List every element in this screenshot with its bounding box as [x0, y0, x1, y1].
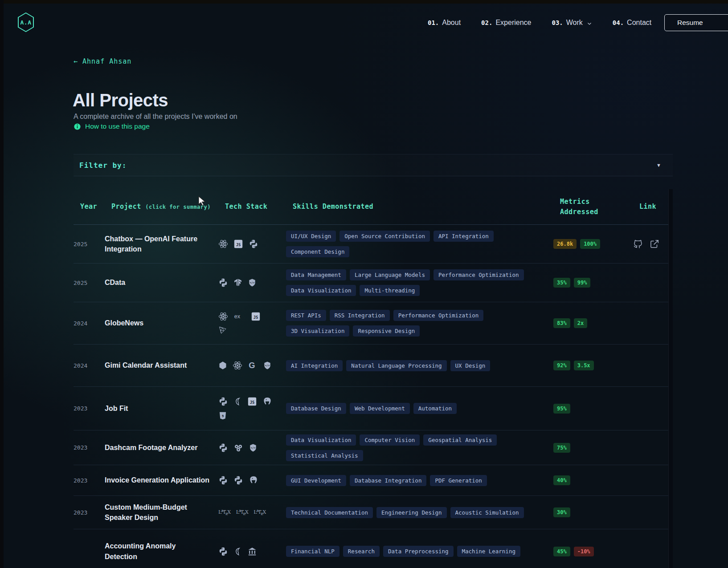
tech-stack-cell: </> [218, 443, 273, 453]
html5-icon: 5 [218, 411, 227, 421]
nav-item-number: 02. [481, 19, 492, 26]
project-name[interactable]: Accounting Anomaly Detection [105, 541, 218, 561]
skill-tag: GUI Development [286, 475, 346, 486]
link-cell [625, 239, 673, 249]
svg-text:JS: JS [250, 400, 254, 405]
metrics-cell: 35%99% [553, 278, 625, 288]
projects-table: Year Project (click for summary) Tech St… [74, 189, 673, 568]
help-link[interactable]: How to use this page [74, 122, 150, 130]
project-row[interactable]: 2023 Invoice Generation Application GUI … [74, 465, 673, 495]
postgresql-icon [249, 475, 258, 485]
skills-cell: Data ManagementLarge Language ModelsPerf… [286, 269, 553, 296]
github-icon[interactable] [633, 239, 643, 249]
project-name[interactable]: GlobeNews [105, 318, 218, 328]
postgresql-icon [262, 397, 272, 406]
table-body: 2025 Chatbox — OpenAI Feature Integratio… [74, 225, 673, 568]
filter-bar[interactable]: Filter by: ▼ [74, 154, 673, 176]
skill-tag: 3D Visualization [286, 325, 349, 337]
skill-tag: Automation [413, 403, 457, 414]
threejs-icon [218, 326, 227, 335]
skill-tag: Responsive Design [353, 325, 420, 337]
skills-cell: GUI DevelopmentDatabase IntegrationPDF G… [286, 475, 553, 486]
svg-text:JS: JS [236, 243, 241, 247]
project-name[interactable]: CData [105, 277, 218, 288]
latex-icon: LATEX [218, 509, 231, 516]
breadcrumb-label: Ahnaf Ahsan [82, 57, 131, 65]
svg-text:5: 5 [222, 414, 224, 418]
column-header-metrics: Metrics Addressed [560, 197, 609, 217]
nav-item-contact[interactable]: 04. Contact [613, 19, 651, 27]
svg-text:</>: </> [265, 364, 270, 367]
skills-cell: Technical DocumentationEngineering Desig… [286, 507, 553, 518]
breadcrumb[interactable]: ← Ahnaf Ahsan [74, 57, 131, 65]
project-name[interactable]: Chatbox — OpenAI Feature Integration [105, 234, 218, 254]
site-logo[interactable]: A.A [17, 12, 35, 32]
metric-badge: 95% [553, 404, 570, 414]
project-name[interactable]: Dashcam Footage Analyzer [105, 442, 218, 453]
nav-item-about[interactable]: 01. About [428, 19, 461, 27]
project-year: 2023 [74, 405, 105, 412]
metrics-cell: 45%-10% [553, 547, 625, 556]
nav-item-number: 04. [613, 19, 624, 26]
metric-badge: 35% [553, 278, 570, 288]
react-icon [218, 312, 228, 321]
google-icon: G [248, 361, 258, 370]
project-year: 2023 [74, 509, 105, 516]
skill-tag: Web Development [350, 403, 410, 414]
skill-tag: Component Design [286, 246, 349, 257]
project-row[interactable]: 2023 Custom Medium-Budget Speaker Design… [74, 495, 673, 529]
project-year: 2024 [74, 320, 105, 327]
nav-item-experience[interactable]: 02. Experience [481, 19, 531, 27]
column-header-tech-stack: Tech Stack [225, 202, 293, 212]
metrics-cell: 40% [553, 475, 625, 485]
skill-tag: Large Language Models [350, 269, 430, 280]
skill-tag: Natural Language Processing [346, 360, 446, 371]
skill-tag: REST APIs [286, 310, 326, 321]
skill-tag: Data Preprocessing [383, 546, 453, 557]
skill-tag: Database Design [286, 403, 346, 414]
python-icon [218, 278, 228, 288]
nav-item-number: 03. [552, 19, 563, 26]
skill-tag: Performance Optimization [393, 310, 484, 321]
resume-button[interactable]: Resume [664, 14, 728, 31]
chevron-down-icon[interactable] [587, 21, 592, 26]
metric-badge: 75% [553, 443, 570, 453]
skill-tag: PDF Generation [430, 475, 487, 486]
project-row[interactable]: Accounting Anomaly Detection Financial N… [74, 529, 673, 568]
python-icon [218, 443, 228, 453]
project-name[interactable]: Job Fit [105, 403, 218, 414]
nav-item-work[interactable]: 03. Work [552, 19, 592, 27]
external-link-icon[interactable] [650, 239, 659, 249]
project-name[interactable]: Gimi Calendar Assistant [105, 360, 218, 370]
project-row[interactable]: 2023 Dashcam Footage Analyzer </> Data V… [74, 430, 673, 465]
project-name[interactable]: Invoice Generation Application [105, 475, 218, 485]
nav-item-label: Work [566, 19, 583, 27]
nav-item-label: Experience [495, 19, 531, 27]
project-row[interactable]: 2023 Job Fit JS5 Database DesignWeb Deve… [74, 386, 673, 430]
tech-stack-cell: LATEXLATEXLATEX [218, 509, 273, 516]
metrics-cell: 92%3.5x [553, 361, 625, 370]
nav-item-label: Contact [627, 19, 651, 27]
project-row[interactable]: 2024 Gimi Calendar Assistant G</> AI Int… [74, 344, 673, 386]
project-row[interactable]: 2025 CData </> Data ManagementLarge Lang… [74, 263, 673, 302]
project-note: (click for summary) [145, 204, 211, 210]
skill-tag: UX Design [450, 360, 491, 371]
chevron-down-icon[interactable]: ▼ [656, 162, 661, 168]
metric-badge: -10% [574, 547, 594, 556]
project-name[interactable]: Custom Medium-Budget Speaker Design [105, 502, 218, 523]
project-row[interactable]: 2024 GlobeNews exJS REST APIsRSS Integra… [74, 302, 673, 344]
metrics-cell: 83%2x [553, 318, 625, 328]
project-row[interactable]: 2025 Chatbox — OpenAI Feature Integratio… [74, 225, 673, 263]
table-scrollbar[interactable] [668, 189, 673, 568]
skill-tag: Financial NLP [286, 546, 339, 557]
metric-badge: 2x [574, 318, 587, 328]
python-icon [218, 547, 228, 556]
metrics-cell: 75% [553, 443, 625, 453]
opencv-icon [233, 443, 243, 453]
skill-tag: Engineering Design [376, 507, 446, 518]
project-year: 2024 [74, 362, 105, 369]
tech-stack-cell [218, 547, 273, 556]
javascript-icon: JS [247, 397, 257, 406]
hexagon-icon [218, 361, 227, 370]
column-header-link: Link [631, 202, 673, 212]
